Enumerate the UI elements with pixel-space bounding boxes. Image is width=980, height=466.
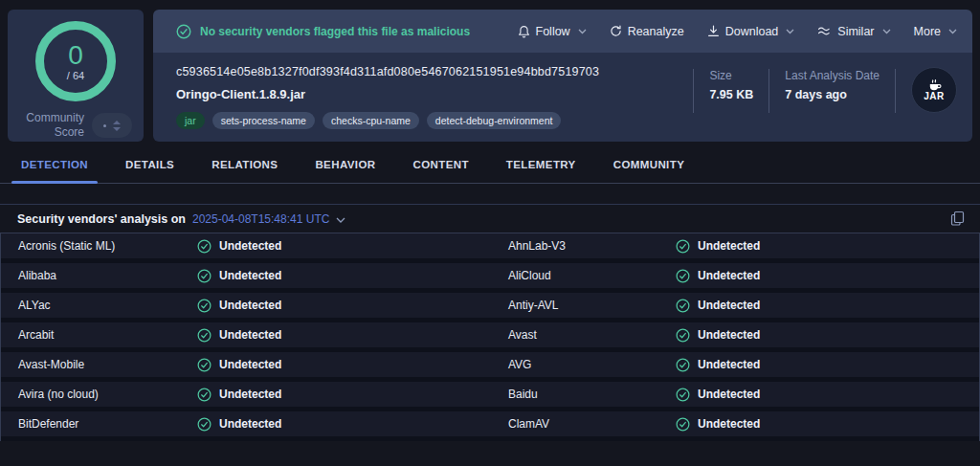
tab-bar: DETECTIONDETAILSRELATIONSBEHAVIORCONTENT… [0, 153, 980, 184]
check-circle-icon [676, 328, 690, 343]
vendor-row: Avira (no cloud)UndetectedBaiduUndetecte… [1, 382, 979, 411]
status-text: Undetected [219, 269, 281, 282]
chevron-down-icon [578, 29, 587, 34]
check-circle-icon [676, 299, 690, 313]
vendor-row: Acronis (Static ML)UndetectedAhnLab-V3Un… [1, 233, 979, 263]
detection-status: Undetected [197, 358, 508, 372]
status-text: Undetected [698, 358, 760, 371]
size-value: 7.95 KB [709, 88, 753, 101]
tag-checks-cpu-name[interactable]: checks-cpu-name [323, 112, 419, 129]
bell-icon [518, 25, 530, 38]
vendor-name: Arcabit [18, 328, 197, 342]
vendor-row: ArcabitUndetectedAvastUndetected [1, 322, 979, 352]
status-text: Undetected [698, 239, 760, 253]
vendor-name: Baidu [508, 388, 676, 401]
detection-status: Undetected [676, 388, 979, 402]
file-name[interactable]: Oringo-Client.1.8.9.jar [176, 87, 599, 101]
vendor-name: Avast [508, 328, 676, 342]
file-tags: jar sets-process-namechecks-cpu-namedete… [176, 112, 599, 129]
vendor-name: AVG [508, 358, 676, 371]
vendor-name: AhnLab-V3 [508, 239, 676, 253]
file-report-card: No security vendors flagged this file as… [153, 10, 972, 142]
detection-status: Undetected [676, 358, 979, 372]
detection-score-value: 0 [68, 42, 83, 69]
check-circle-icon [676, 239, 690, 254]
vendor-name: Antiy-AVL [508, 299, 676, 312]
header: 0 / 64 Community Score [0, 0, 980, 142]
tab-details[interactable]: DETAILS [122, 153, 178, 183]
check-circle-icon [197, 417, 212, 432]
download-icon [707, 25, 720, 37]
follow-button[interactable]: Follow [518, 25, 587, 38]
tag-jar[interactable]: jar [176, 112, 205, 129]
detection-status: Undetected [197, 417, 508, 432]
detection-status: Undetected [197, 388, 508, 402]
vendor-name: BitDefender [18, 417, 197, 431]
last-analysis-block: Last Analysis Date 7 days ago [785, 69, 880, 101]
vendor-row: AlibabaUndetectedAliCloudUndetected [1, 263, 979, 293]
check-circle-icon [197, 388, 212, 402]
community-score-label: Community Score [26, 111, 84, 140]
tab-telemetry[interactable]: TELEMETRY [502, 153, 580, 183]
chevron-down-icon [882, 29, 891, 34]
vendor-name: Acronis (Static ML) [18, 239, 197, 253]
detection-score-denominator: / 64 [67, 70, 84, 81]
status-text: Undetected [219, 328, 281, 342]
tab-behavior[interactable]: BEHAVIOR [311, 153, 379, 183]
status-text: Undetected [219, 299, 281, 312]
analysis-timestamp[interactable]: 2025-04-08T15:48:41 UTC [192, 212, 329, 226]
check-circle-icon [676, 269, 690, 283]
divider [895, 69, 896, 113]
analysis-header: Security vendors' analysis on 2025-04-08… [0, 205, 980, 233]
file-sha256[interactable]: c5936514e05e8b1327f0df393f4d311afd080e54… [176, 65, 599, 78]
vendor-name: ClamAV [508, 417, 676, 431]
more-button[interactable]: More [914, 25, 957, 38]
tab-content[interactable]: CONTENT [409, 153, 472, 183]
detection-status: Undetected [197, 269, 508, 283]
check-circle-icon [197, 269, 212, 283]
file-size-block: Size 7.95 KB [709, 69, 753, 101]
chevron-down-icon [786, 29, 794, 34]
vote-up-icon[interactable] [113, 121, 121, 124]
check-circle-icon [676, 388, 690, 402]
detection-score-donut: 0 / 64 [35, 21, 116, 101]
divider [693, 69, 694, 113]
jar-badge-label: JAR [924, 92, 945, 101]
tab-relations[interactable]: RELATIONS [208, 153, 281, 183]
status-text: Undetected [698, 388, 760, 401]
reanalyze-button[interactable]: Reanalyze [610, 25, 684, 38]
detection-status: Undetected [676, 417, 979, 432]
tag-sets-process-name[interactable]: sets-process-name [212, 112, 315, 129]
file-info-section: c5936514e05e8b1327f0df393f4d311afd080e54… [153, 53, 972, 142]
file-meta: Size 7.95 KB Last Analysis Date 7 days a… [693, 65, 957, 142]
check-circle-icon [197, 239, 212, 254]
coffee-cup-icon [926, 79, 943, 92]
similar-button[interactable]: Similar [817, 25, 890, 38]
community-score-card: 0 / 64 Community Score [8, 10, 144, 142]
analysis-section: Security vendors' analysis on 2025-04-08… [0, 204, 980, 441]
vote-down-icon[interactable] [113, 127, 121, 131]
detection-status: Undetected [676, 299, 979, 313]
community-vote-widget[interactable] [92, 113, 132, 138]
analysis-title: Security vendors' analysis on [17, 212, 186, 226]
copy-icon[interactable] [950, 211, 965, 227]
tag-detect-debug-environment[interactable]: detect-debug-environment [427, 112, 562, 129]
file-type-jar-icon: JAR [911, 67, 957, 113]
status-text: Undetected [219, 239, 281, 253]
refresh-icon [610, 25, 622, 37]
toolbar: Follow Reanalyze [518, 25, 957, 38]
vendor-row: Avast-MobileUndetectedAVGUndetected [1, 352, 979, 382]
tab-detection[interactable]: DETECTION [17, 153, 92, 183]
vote-carets-icon[interactable] [113, 121, 121, 131]
chevron-down-icon[interactable] [336, 211, 345, 228]
check-circle-icon [197, 328, 212, 343]
detection-status: Undetected [676, 328, 979, 343]
last-analysis-value: 7 days ago [785, 88, 880, 101]
status-text: Undetected [698, 328, 760, 342]
detection-status: Undetected [197, 328, 508, 343]
tab-community[interactable]: COMMUNITY [610, 153, 689, 183]
status-text: Undetected [219, 417, 281, 431]
chevron-down-icon [948, 29, 957, 34]
download-button[interactable]: Download [707, 25, 795, 38]
check-circle-icon [676, 417, 690, 432]
